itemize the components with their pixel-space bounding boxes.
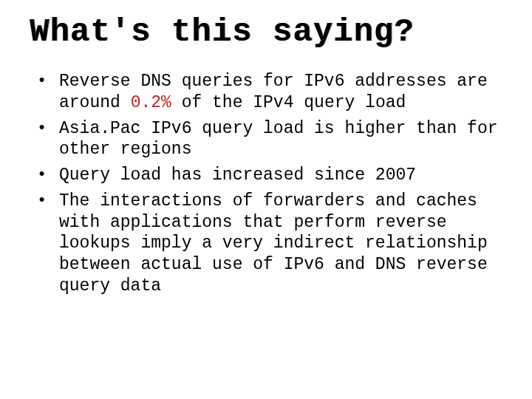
list-item: Reverse DNS queries for IPv6 addresses a… <box>30 71 502 114</box>
bullet-list: Reverse DNS queries for IPv6 addresses a… <box>30 71 502 297</box>
list-item: The interactions of forwarders and cache… <box>30 191 502 297</box>
slide-title: What's this saying? <box>30 13 502 50</box>
list-item: Asia.Pac IPv6 query load is higher than … <box>30 118 502 161</box>
list-item: Query load has increased since 2007 <box>30 165 502 186</box>
bullet-text-post: of the IPv4 query load <box>171 93 406 112</box>
highlight-percent: 0.2% <box>131 93 171 112</box>
bullet-text: Asia.Pac IPv6 query load is higher than … <box>59 119 498 160</box>
slide: What's this saying? Reverse DNS queries … <box>0 0 532 399</box>
bullet-text: Query load has increased since 2007 <box>59 166 416 185</box>
bullet-text: The interactions of forwarders and cache… <box>59 191 488 296</box>
